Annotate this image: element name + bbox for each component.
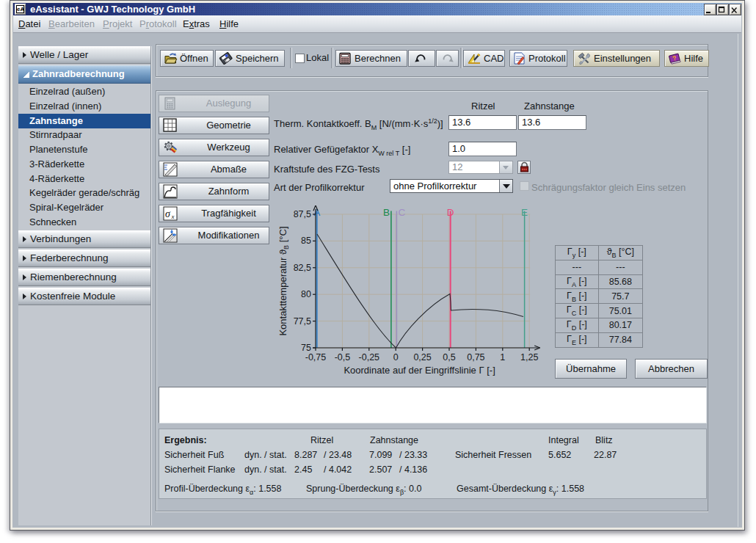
svg-text:B: B — [383, 207, 390, 218]
svg-text:77,5: 77,5 — [294, 316, 311, 327]
svg-text:0: 0 — [393, 352, 399, 362]
svg-text:87,5: 87,5 — [294, 209, 311, 219]
svg-text:E: E — [521, 207, 528, 218]
svg-text:σ: σ — [165, 208, 171, 219]
svg-text:0,5: 0,5 — [443, 352, 455, 362]
svg-text:1,25: 1,25 — [520, 352, 538, 362]
svg-text:82,5: 82,5 — [294, 263, 311, 273]
svg-text:x: x — [171, 213, 175, 220]
svg-text:80: 80 — [301, 289, 311, 299]
svg-text:1: 1 — [500, 352, 505, 362]
svg-text:0,25: 0,25 — [413, 352, 431, 362]
svg-text:Koordinate auf der Eingriffsli: Koordinate auf der Eingriffslinie Γ [-] — [344, 365, 495, 376]
svg-text:75: 75 — [301, 343, 311, 353]
svg-text:-0,5: -0,5 — [335, 352, 351, 362]
svg-text:Kontakttemperatur ϑB [°C]: Kontakttemperatur ϑB [°C] — [277, 226, 290, 335]
svg-text:-0,75: -0,75 — [305, 352, 327, 362]
svg-text:85: 85 — [301, 236, 311, 246]
svg-text:C: C — [398, 207, 405, 218]
svg-text:0,75: 0,75 — [467, 352, 484, 362]
svg-text:D: D — [447, 207, 454, 218]
svg-text:-0,25: -0,25 — [359, 352, 380, 362]
